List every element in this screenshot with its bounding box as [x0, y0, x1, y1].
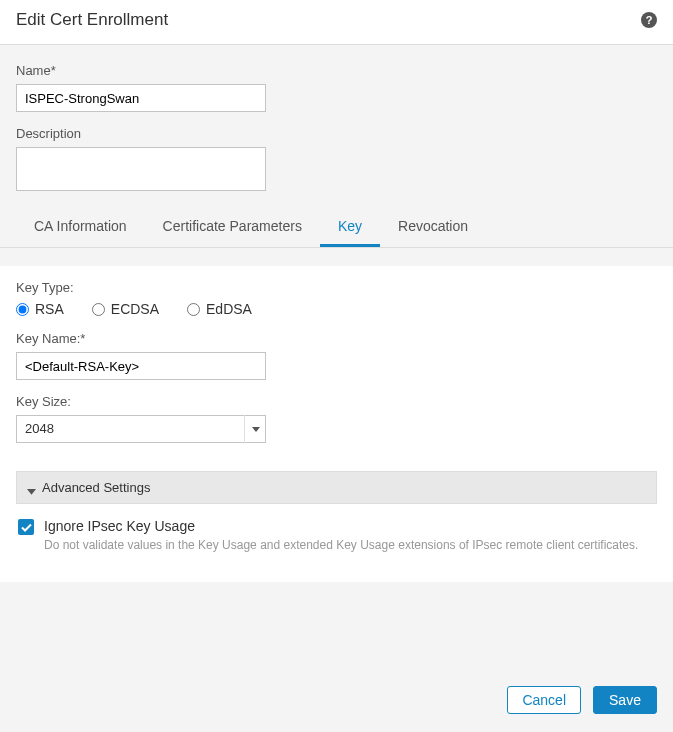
ignore-ipsec-label: Ignore IPsec Key Usage — [44, 518, 638, 534]
tab-bar: CA Information Certificate Parameters Ke… — [0, 208, 673, 248]
radio-ecdsa-label: ECDSA — [111, 301, 159, 317]
save-button[interactable]: Save — [593, 686, 657, 714]
check-icon — [21, 523, 32, 532]
key-name-input[interactable] — [16, 352, 266, 380]
tab-certificate-parameters[interactable]: Certificate Parameters — [145, 208, 320, 247]
radio-ecdsa-input[interactable] — [92, 303, 105, 316]
radio-eddsa-label: EdDSA — [206, 301, 252, 317]
key-size-label: Key Size: — [16, 394, 657, 409]
ignore-ipsec-checkbox[interactable] — [18, 519, 34, 535]
advanced-settings-header[interactable]: Advanced Settings — [16, 471, 657, 504]
radio-rsa-input[interactable] — [16, 303, 29, 316]
key-size-select[interactable]: 2048 — [16, 415, 266, 443]
ignore-ipsec-description: Do not validate values in the Key Usage … — [44, 537, 638, 554]
dialog-title: Edit Cert Enrollment — [16, 10, 168, 30]
key-type-label: Key Type: — [16, 280, 657, 295]
caret-down-icon — [27, 483, 36, 492]
radio-rsa[interactable]: RSA — [16, 301, 64, 317]
radio-rsa-label: RSA — [35, 301, 64, 317]
tab-revocation[interactable]: Revocation — [380, 208, 486, 247]
name-label: Name* — [16, 63, 657, 78]
description-input[interactable] — [16, 147, 266, 191]
radio-ecdsa[interactable]: ECDSA — [92, 301, 159, 317]
radio-eddsa-input[interactable] — [187, 303, 200, 316]
advanced-settings-label: Advanced Settings — [42, 480, 150, 495]
description-label: Description — [16, 126, 657, 141]
radio-eddsa[interactable]: EdDSA — [187, 301, 252, 317]
tab-ca-information[interactable]: CA Information — [16, 208, 145, 247]
tab-key[interactable]: Key — [320, 208, 380, 247]
key-name-label: Key Name:* — [16, 331, 657, 346]
name-input[interactable] — [16, 84, 266, 112]
help-icon[interactable]: ? — [641, 12, 657, 28]
cancel-button[interactable]: Cancel — [507, 686, 581, 714]
